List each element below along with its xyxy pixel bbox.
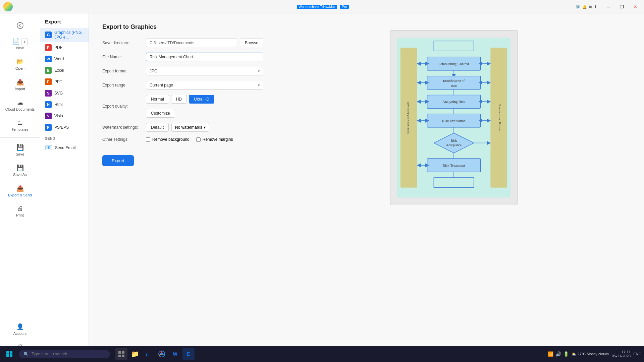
battery-icon[interactable]: 🔋 <box>563 351 569 357</box>
new-add-icon[interactable]: + <box>21 39 28 45</box>
taskbar-search-input[interactable] <box>32 352 105 356</box>
svg-rect-45 <box>122 355 124 357</box>
sidebar-ppt[interactable]: P PPT <box>40 76 89 87</box>
toolbar-icon-1[interactable]: ⚙️ <box>576 5 580 9</box>
taskbar-app-edraw[interactable]: E <box>182 348 195 360</box>
pseps-icon: P <box>45 124 52 131</box>
close-button[interactable]: ✕ <box>630 1 641 12</box>
watermark-row: Watermark settings: Default No watermark… <box>102 123 263 132</box>
visio-icon: V <box>45 113 52 119</box>
user-avatar[interactable] <box>3 2 13 11</box>
export-range-select[interactable]: Current page All pages Selected objects <box>146 81 263 89</box>
taskbar-search[interactable]: 🔍 <box>19 350 110 358</box>
language-indicator: ENG <box>633 352 641 356</box>
sidebar-item-print[interactable]: 🖨 Print <box>2 202 38 221</box>
export-button[interactable]: Export <box>102 155 134 166</box>
other-settings-row: Other settings: Remove background Remove… <box>102 137 263 142</box>
svg-rect-41 <box>10 354 12 357</box>
svg-rect-42 <box>118 351 121 354</box>
app-name: Wondershare EdrawMax <box>297 5 337 9</box>
sidebar-item-new[interactable]: 📄 + New <box>2 34 38 53</box>
sidebar-item-save-label: Save <box>16 152 24 156</box>
taskbar-app-chrome[interactable] <box>156 348 168 360</box>
browse-button[interactable]: Browse <box>240 39 263 47</box>
back-button[interactable] <box>13 19 27 32</box>
sidebar-send-email[interactable]: 📧 Send Email <box>40 142 89 154</box>
svg-text:Acceptance: Acceptance <box>446 143 462 147</box>
file-name-input[interactable] <box>146 53 263 61</box>
cloud-icon: ☁ <box>17 99 23 106</box>
print-icon: 🖨 <box>17 205 23 212</box>
sidebar-pseps[interactable]: P PS/EPS <box>40 122 89 133</box>
taskbar-app-files[interactable] <box>115 348 127 360</box>
export-format-select[interactable]: JPG PNG BMP TIFF GIF <box>146 67 263 75</box>
sidebar-svg[interactable]: S SVG <box>40 87 89 99</box>
html-label: Html <box>54 102 63 107</box>
volume-icon[interactable]: 🔊 <box>555 351 561 357</box>
restore-button[interactable]: ❐ <box>616 1 627 12</box>
remove-margins-input[interactable] <box>196 137 201 142</box>
sidebar-visio[interactable]: V Visio <box>40 110 89 122</box>
sidebar-item-save[interactable]: 💾 Save <box>2 140 38 160</box>
svg-text:Scrutinize and Review: Scrutinize and Review <box>498 104 501 131</box>
watermark-value: No watermarks <box>175 125 202 130</box>
sidebar-item-account[interactable]: 👤 Account <box>2 320 38 339</box>
sidebar-item-templates[interactable]: 🗂 Templates <box>2 116 38 135</box>
sidebar-item-import[interactable]: 📥 Import <box>2 75 38 94</box>
export-range-row: Export range: Current page All pages Sel… <box>102 81 263 89</box>
toolbar-icon-3[interactable]: ⊞ <box>589 5 592 9</box>
svg-point-0 <box>17 22 23 28</box>
minimize-button[interactable]: ─ <box>603 1 614 12</box>
sidebar-html[interactable]: H Html <box>40 99 89 110</box>
start-button[interactable] <box>3 347 16 361</box>
quality-hd[interactable]: HD <box>171 95 187 104</box>
sidebar-word[interactable]: W Word <box>40 53 89 65</box>
save-directory-input[interactable] <box>146 39 237 47</box>
word-icon: W <box>45 56 52 62</box>
sidebar-excel[interactable]: E Excel <box>40 65 89 76</box>
watermark-select[interactable]: No watermarks ▾ <box>171 123 209 132</box>
watermark-control: Default No watermarks ▾ <box>146 123 263 132</box>
toolbar-icon-2[interactable]: 🔔 <box>582 5 587 9</box>
quality-normal[interactable]: Normal <box>146 95 169 104</box>
sidebar-item-saveas[interactable]: 💾 Save As <box>2 161 38 180</box>
sidebar-narrow: 📄 + New 📂 Open 📥 Import ☁ Cloud Document… <box>0 13 40 362</box>
export-quality-row: Export quality: Normal HD Ultra HD Custo… <box>102 95 263 118</box>
taskbar-app-word[interactable]: W <box>169 348 181 360</box>
remove-margins-checkbox[interactable]: Remove margins <box>196 137 233 142</box>
toolbar-icon-4[interactable]: ⬇ <box>594 5 597 9</box>
customize-button[interactable]: Customize <box>146 109 175 118</box>
saveas-icon: 💾 <box>16 164 24 172</box>
save-directory-row: Save directory: Browse <box>102 39 263 47</box>
pseps-label: PS/EPS <box>54 125 69 130</box>
pro-badge: Pro <box>340 5 349 9</box>
email-icon: 📧 <box>45 144 52 152</box>
taskbar: 🔍 📁 W E 📶 🔊 🔋 ⛅ <box>0 346 644 362</box>
sidebar-item-export[interactable]: 📤 Export & Send <box>2 181 38 200</box>
svg-line-50 <box>163 354 164 356</box>
quality-uhd[interactable]: Ultra HD <box>189 95 214 104</box>
watermark-default-btn[interactable]: Default <box>146 123 169 132</box>
network-icon[interactable]: 📶 <box>548 351 553 357</box>
svg-point-47 <box>160 353 163 355</box>
taskbar-weather: ⛅ 27°C Mostly cloudy <box>572 352 609 356</box>
taskbar-app-edge[interactable] <box>142 348 154 360</box>
sidebar-item-export-label: Export & Send <box>8 193 32 197</box>
sidebar-item-cloud[interactable]: ☁ Cloud Documents <box>2 96 38 115</box>
send-email-label: Send Email <box>55 145 75 150</box>
svg-rect-38 <box>6 351 9 354</box>
taskbar-app-folder[interactable]: 📁 <box>129 348 141 360</box>
quality-group: Normal HD Ultra HD <box>146 95 263 104</box>
sidebar-item-templates-label: Templates <box>11 127 28 131</box>
export-format-row: Export format: JPG PNG BMP TIFF GIF <box>102 67 263 75</box>
pdf-icon: P <box>45 44 52 51</box>
remove-background-checkbox[interactable]: Remove background <box>146 137 190 142</box>
remove-background-input[interactable] <box>146 137 150 142</box>
sidebar-wide-title: Export <box>40 17 89 28</box>
sidebar-graphics[interactable]: G Graphics (PNG, JPG e... <box>40 28 89 42</box>
svg-text:Risk: Risk <box>450 84 457 88</box>
other-settings-control: Remove background Remove margins <box>146 137 263 142</box>
sidebar-pdf[interactable]: P PDF <box>40 42 89 53</box>
excel-icon: E <box>45 67 52 74</box>
sidebar-item-open[interactable]: 📂 Open <box>2 55 38 74</box>
